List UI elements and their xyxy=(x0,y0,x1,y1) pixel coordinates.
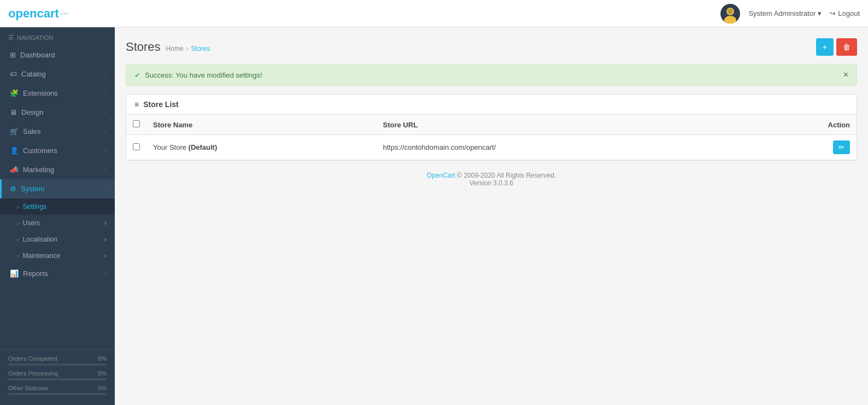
stat-orders-completed: Orders Completed 0% xyxy=(8,355,107,366)
header-right: System Administrator ▾ ↪ Logout xyxy=(720,4,860,24)
edit-button[interactable]: ✏ xyxy=(833,140,850,154)
sidebar-item-system[interactable]: ⚙ System › xyxy=(0,179,115,198)
design-icon: 🖥 xyxy=(10,108,17,116)
sidebar-subitem-label: Users xyxy=(23,219,40,227)
footer: OpenCart © 2009-2020 All Rights Reserved… xyxy=(126,161,857,198)
store-table: Store Name Store URL Action Your Store (… xyxy=(126,115,857,160)
stat-value: 0% xyxy=(98,370,107,377)
sidebar-subitem-label: Localisation xyxy=(23,236,57,243)
select-all-checkbox[interactable] xyxy=(133,120,140,127)
bullet-icon: » xyxy=(16,220,20,226)
row-checkbox[interactable] xyxy=(133,143,140,150)
th-action: Action xyxy=(752,115,857,135)
chevron-right-icon: › xyxy=(105,128,107,134)
sidebar-item-reports[interactable]: 📊 Reports › xyxy=(0,264,115,283)
logout-button[interactable]: ↪ Logout xyxy=(830,9,860,17)
check-icon: ✔ xyxy=(134,71,140,79)
svg-point-3 xyxy=(728,9,733,14)
header: opencart ··· System Administrator ▾ ↪ Lo… xyxy=(0,0,868,27)
footer-line2: Version 3.0.3.6 xyxy=(137,179,846,187)
catalog-icon: 🏷 xyxy=(10,70,17,78)
bullet-icon: » xyxy=(16,237,20,243)
alert-message: Success: You have modified settings! xyxy=(145,71,262,79)
sales-icon: 🛒 xyxy=(10,127,19,136)
td-action: ✏ xyxy=(752,135,857,160)
chevron-right-icon: › xyxy=(105,167,107,173)
system-icon: ⚙ xyxy=(10,185,16,193)
copyright: © 2009-2020 All Rights Reserved. xyxy=(457,172,556,179)
chevron-right-icon: › xyxy=(104,219,107,227)
add-button[interactable]: + xyxy=(816,38,834,56)
chevron-right-icon: › xyxy=(105,71,107,77)
stat-other-statuses: Other Statuses 0% xyxy=(8,385,107,395)
sidebar-subitem-users[interactable]: » Users › xyxy=(0,215,115,231)
stat-bar xyxy=(8,363,107,366)
main-wrapper: ☰ NAVIGATION ⊞ Dashboard 🏷 Catalog › 🧩 E… xyxy=(0,27,868,405)
avatar xyxy=(720,4,740,24)
chevron-right-icon: › xyxy=(105,186,107,192)
sidebar-item-label: Sales xyxy=(23,127,41,136)
sidebar-item-sales[interactable]: 🛒 Sales › xyxy=(0,122,115,141)
footer-line1: OpenCart © 2009-2020 All Rights Reserved… xyxy=(137,172,846,179)
opencart-link[interactable]: OpenCart xyxy=(427,172,455,179)
table-row: Your Store (Default) https://contohdomai… xyxy=(126,135,857,160)
sidebar-item-label: Dashboard xyxy=(20,51,55,59)
list-icon: ≡ xyxy=(134,100,139,109)
stat-label: Orders Processing xyxy=(8,370,58,377)
sidebar-item-design[interactable]: 🖥 Design › xyxy=(0,103,115,122)
sidebar-subitem-settings[interactable]: » Settings xyxy=(0,198,115,215)
header-actions: + 🗑 xyxy=(816,38,857,56)
reports-icon: 📊 xyxy=(10,269,19,278)
sidebar-item-dashboard[interactable]: ⊞ Dashboard xyxy=(0,45,115,64)
sidebar-item-label: Marketing xyxy=(23,166,54,174)
stat-value: 0% xyxy=(98,355,107,362)
th-checkbox xyxy=(126,115,146,135)
td-checkbox xyxy=(126,135,146,160)
customers-icon: 👤 xyxy=(10,146,19,155)
extensions-icon: 🧩 xyxy=(10,89,19,97)
logo: opencart ··· xyxy=(8,7,68,21)
sidebar-subitem-label: Maintenance xyxy=(23,252,61,260)
sidebar-item-label: Reports xyxy=(23,269,48,278)
th-store-url: Store URL xyxy=(377,115,752,135)
sidebar-item-customers[interactable]: 👤 Customers › xyxy=(0,141,115,160)
sidebar: ☰ NAVIGATION ⊞ Dashboard 🏷 Catalog › 🧩 E… xyxy=(0,27,115,405)
breadcrumb-separator: › xyxy=(186,45,189,52)
sidebar-item-label: Catalog xyxy=(21,70,46,78)
card-title: Store List xyxy=(143,100,179,109)
alert-close-button[interactable]: × xyxy=(843,70,848,80)
store-name-suffix: (Default) xyxy=(189,143,218,151)
sidebar-item-label: Customers xyxy=(23,146,57,155)
alert-success: ✔ Success: You have modified settings! × xyxy=(126,64,857,86)
sidebar-stats: Orders Completed 0% Orders Processing 0% xyxy=(0,349,115,405)
marketing-icon: 📣 xyxy=(10,166,19,174)
breadcrumb-current: Stores xyxy=(191,45,210,52)
sidebar-subitem-label: Settings xyxy=(23,203,46,210)
td-store-url: https://contohdomain.com/opencart/ xyxy=(377,135,752,160)
page-title-area: Stores Home › Stores xyxy=(126,40,210,54)
hamburger-icon: ☰ xyxy=(8,34,14,41)
sidebar-item-label: System xyxy=(21,185,44,193)
chevron-right-icon: › xyxy=(105,271,107,277)
breadcrumb-home[interactable]: Home xyxy=(166,45,184,52)
chevron-right-icon: › xyxy=(105,90,107,96)
sidebar-item-label: Design xyxy=(21,108,43,116)
user-dropdown-icon: ▾ xyxy=(818,9,822,17)
delete-button[interactable]: 🗑 xyxy=(836,38,857,56)
sidebar-subitem-maintenance[interactable]: » Maintenance › xyxy=(0,248,115,264)
logout-icon: ↪ xyxy=(830,9,836,17)
sidebar-item-extensions[interactable]: 🧩 Extensions › xyxy=(0,84,115,103)
page-title: Stores xyxy=(126,40,161,54)
nav-label: ☰ NAVIGATION xyxy=(0,27,115,45)
page-header: Stores Home › Stores + 🗑 xyxy=(126,38,857,56)
sidebar-item-marketing[interactable]: 📣 Marketing › xyxy=(0,160,115,179)
sidebar-item-catalog[interactable]: 🏷 Catalog › xyxy=(0,64,115,84)
breadcrumb: Home › Stores xyxy=(166,45,210,52)
store-list-card: ≡ Store List Store Name Store URL Action xyxy=(126,94,857,161)
logout-label: Logout xyxy=(838,9,860,17)
stat-bar xyxy=(8,378,107,380)
logo-dots: ··· xyxy=(60,8,68,19)
sidebar-subitem-localisation[interactable]: » Localisation › xyxy=(0,231,115,248)
user-menu[interactable]: System Administrator ▾ xyxy=(748,9,822,17)
stat-label: Orders Completed xyxy=(8,355,57,362)
